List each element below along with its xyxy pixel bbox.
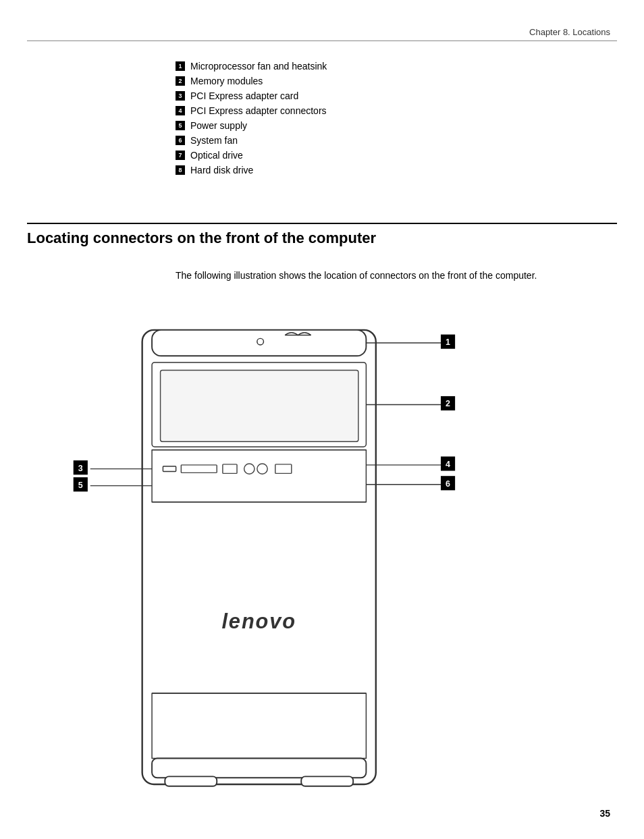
item-text: Hard disk drive [190, 165, 253, 175]
svg-point-12 [257, 464, 267, 474]
svg-rect-13 [275, 464, 292, 473]
item-text: Microprocessor fan and heatsink [190, 61, 327, 72]
item-text: PCI Express adapter card [190, 90, 298, 101]
svg-text:5: 5 [78, 481, 83, 490]
svg-point-2 [257, 338, 264, 345]
section-title: Locating connectors on the front of the … [27, 229, 617, 247]
list-item: 1 Microprocessor fan and heatsink [176, 61, 327, 72]
svg-rect-19 [165, 776, 217, 786]
header-rule [27, 40, 617, 41]
svg-text:3: 3 [78, 464, 83, 473]
svg-text:1: 1 [446, 337, 450, 347]
list-item: 4 PCI Express adapter connectors [176, 105, 327, 116]
item-text: Memory modules [190, 76, 263, 86]
chapter-label: Chapter 8. Locations [529, 27, 610, 37]
list-item: 3 PCI Express adapter card [176, 90, 327, 101]
page-number: 35 [599, 808, 610, 819]
list-item: 8 Hard disk drive [176, 165, 327, 175]
list-section: 1 Microprocessor fan and heatsink 2 Memo… [176, 61, 327, 180]
num-badge: 4 [176, 106, 185, 115]
list-item: 7 Optical drive [176, 150, 327, 161]
item-text: PCI Express adapter connectors [190, 105, 327, 116]
svg-rect-8 [163, 466, 176, 472]
svg-point-11 [244, 464, 254, 474]
svg-rect-20 [301, 776, 353, 786]
list-item: 6 System fan [176, 135, 327, 146]
svg-text:2: 2 [446, 399, 450, 408]
page-container: Chapter 8. Locations 1 Microprocessor fa… [0, 0, 644, 839]
num-badge: 7 [176, 151, 185, 160]
num-badge: 3 [176, 91, 185, 101]
item-text: Optical drive [190, 150, 243, 161]
num-badge: 6 [176, 136, 185, 145]
svg-rect-5 [161, 370, 358, 441]
svg-rect-10 [223, 464, 237, 473]
svg-rect-9 [181, 465, 217, 473]
svg-text:4: 4 [446, 460, 450, 469]
illustration-area: lenovo 1 2 4 [41, 310, 603, 817]
list-item: 5 Power supply [176, 120, 327, 131]
section-heading: Locating connectors on the front of the … [27, 223, 617, 247]
svg-rect-18 [152, 758, 366, 778]
num-badge: 8 [176, 165, 185, 175]
item-text: Power supply [190, 120, 247, 131]
svg-text:lenovo: lenovo [221, 610, 296, 633]
svg-text:6: 6 [446, 479, 450, 489]
computer-illustration: lenovo 1 2 4 [41, 310, 603, 817]
num-badge: 5 [176, 121, 185, 130]
svg-rect-7 [152, 450, 366, 502]
list-item: 2 Memory modules [176, 76, 327, 86]
svg-rect-17 [152, 693, 366, 758]
num-badge: 2 [176, 76, 185, 86]
body-text: The following illustration shows the loc… [176, 269, 603, 283]
item-text: System fan [190, 135, 238, 146]
num-badge: 1 [176, 61, 185, 71]
